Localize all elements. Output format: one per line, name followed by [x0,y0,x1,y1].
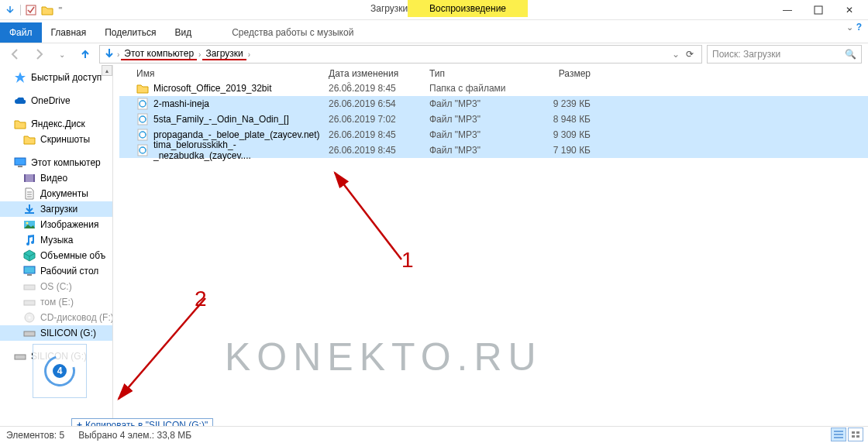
nav-yandex-disk[interactable]: Яндекс.Диск [0,116,112,132]
nav-back-button[interactable] [6,45,25,64]
file-row[interactable]: tima_belorusskikh_-_nezabudka_(zaycev...… [119,143,868,158]
svg-point-14 [29,317,31,319]
file-row[interactable]: Microsoft_Office_2019_32bit26.06.2019 8:… [119,81,868,96]
nav-screenshots[interactable]: Скриншоты [0,132,112,147]
breadcrumb-downloads[interactable]: Загрузки [202,48,246,60]
view-icons-button[interactable] [848,428,863,441]
tab-file[interactable]: Файл [0,22,42,43]
breadcrumb[interactable]: › Этот компьютер › Загрузки › ⌄ ⟳ [99,45,702,64]
qat-overflow-icon[interactable]: ⁼ [58,5,63,15]
sort-indicator-icon: ⌃ [346,81,352,89]
svg-rect-15 [24,331,35,336]
folder-icon[interactable] [41,5,53,15]
nav-forward-button[interactable] [29,45,48,64]
nav-quick-access[interactable]: Быстрый доступ [0,70,112,85]
file-date: 26.06.2019 8:45 [329,129,429,140]
file-row[interactable]: 2-mashi-ineja26.06.2019 6:54Файл "MP3"9 … [119,96,868,112]
svg-rect-0 [26,5,36,15]
file-type: Файл "MP3" [429,98,529,109]
column-name[interactable]: Имя [136,68,329,79]
ribbon-help: ⌄ ? [846,22,862,33]
svg-rect-2 [15,158,26,165]
file-size: 9 239 КБ [529,98,591,109]
svg-rect-27 [852,431,855,434]
tab-share[interactable]: Поделиться [95,22,165,43]
nav-label: Скриншоты [40,134,90,145]
music-icon [23,234,36,246]
search-icon[interactable]: 🔍 [845,49,856,60]
star-icon [14,71,26,84]
nav-this-pc[interactable]: Этот компьютер [0,155,112,170]
drive-icon [14,350,26,362]
nav-pictures[interactable]: Изображения [0,217,112,232]
nav-drive-c[interactable]: OS (C:) [0,279,112,294]
nav-recent-button[interactable]: ⌄ [53,45,71,64]
file-name: 2-mashi-ineja [153,98,209,109]
file-date: 26.06.2019 8:45 [329,145,429,156]
status-bar: Элементов: 5 Выбрано 4 элем.: 33,8 МБ [0,426,868,443]
file-type: Папка с файлами [429,83,529,94]
help-icon[interactable]: ? [856,22,862,33]
chevron-down-icon[interactable]: ⌄ [846,22,853,33]
folder-icon [23,133,36,146]
nav-up-button[interactable] [76,45,95,64]
view-details-button[interactable] [831,428,846,441]
nav-label: SILICON (G:) [40,328,96,338]
svg-rect-30 [856,435,859,438]
nav-label: Объемные объ [40,250,105,261]
minimize-button[interactable]: — [772,0,803,20]
svg-rect-1 [815,6,822,14]
tab-music-tools[interactable]: Средства работы с музыкой [222,22,363,43]
svg-rect-16 [15,355,26,359]
nav-video[interactable]: Видео [0,170,112,186]
download-icon [23,203,36,215]
down-arrow-icon[interactable] [5,5,16,15]
maximize-button[interactable] [803,0,834,20]
document-icon [23,187,36,200]
nav-onedrive[interactable]: OneDrive [0,93,112,108]
address-bar-row: ⌄ › Этот компьютер › Загрузки › ⌄ ⟳ Поис… [0,43,868,65]
folder-icon [14,118,26,130]
nav-label: Рабочий стол [40,266,98,276]
search-placeholder: Поиск: Загрузки [712,49,780,60]
annotation-number-2: 2 [195,287,207,311]
file-size: 8 948 КБ [529,114,591,125]
refresh-button[interactable]: ⟳ [681,49,698,60]
breadcrumb-pc[interactable]: Этот компьютер [121,48,197,60]
svg-rect-4 [24,174,35,182]
nav-label: OneDrive [31,95,71,106]
column-date[interactable]: Дата изменения [329,68,429,79]
file-type: Файл "MP3" [429,114,529,125]
svg-rect-11 [24,285,35,290]
svg-rect-6 [33,174,35,182]
chevron-right-icon[interactable]: › [117,50,119,59]
nav-3d-objects[interactable]: Объемные объ [0,248,112,263]
file-name: propaganda_-_beloe_plate_(zaycev.net) [153,129,320,140]
nav-drive-e[interactable]: том (E:) [0,294,112,310]
nav-documents[interactable]: Документы [0,186,112,201]
close-button[interactable]: ✕ [834,0,865,20]
search-box[interactable]: Поиск: Загрузки 🔍 [707,45,862,64]
column-type[interactable]: Тип [429,68,529,79]
tab-view[interactable]: Вид [165,22,201,43]
file-row[interactable]: 5sta_Family_-_Odin_Na_Odin_[]26.06.2019 … [119,112,868,127]
tab-home[interactable]: Главная [42,22,96,43]
address-dropdown-icon[interactable]: ⌄ [672,49,680,60]
checkbox-icon[interactable] [26,5,36,15]
chevron-right-icon[interactable]: › [198,50,201,59]
nav-downloads[interactable]: Загрузки [0,201,112,217]
column-size[interactable]: Размер [529,68,591,79]
nav-drive-silicon-target[interactable]: SILICON (G:) [0,325,112,341]
down-arrow-icon[interactable] [103,47,115,62]
nav-desktop[interactable]: Рабочий стол [0,263,112,279]
film-icon [23,172,36,184]
nav-music[interactable]: Музыка [0,232,112,248]
nav-scroll-up[interactable]: ▴ [102,65,112,76]
annotation-number-1: 1 [401,248,414,273]
chevron-right-icon[interactable]: › [248,50,250,59]
file-type: Файл "MP3" [429,145,529,156]
column-headers[interactable]: Имя Дата изменения Тип Размер [113,65,868,81]
cube-icon [23,249,36,262]
drive-icon [23,280,36,293]
nav-dvd-f[interactable]: CD-дисковод (F:) [0,310,112,325]
